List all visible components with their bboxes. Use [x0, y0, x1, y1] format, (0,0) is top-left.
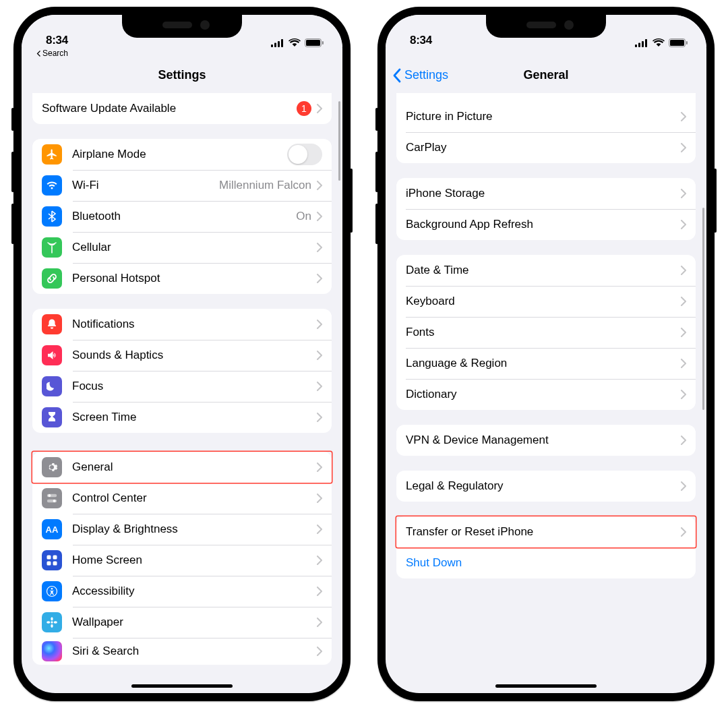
row-display-brightness[interactable]: AA Display & Brightness [32, 514, 332, 545]
row-fonts[interactable]: Fonts [396, 317, 696, 348]
svg-rect-13 [47, 562, 51, 566]
label: CarPlay [406, 141, 681, 154]
label: Fonts [406, 326, 681, 339]
home-indicator[interactable] [495, 684, 597, 688]
chevron-icon [317, 382, 322, 391]
row-screen-time[interactable]: Screen Time [32, 402, 332, 433]
row-focus[interactable]: Focus [32, 371, 332, 402]
svg-point-17 [51, 621, 53, 623]
row-iphone-storage[interactable]: iPhone Storage [396, 178, 696, 209]
label: Bluetooth [72, 210, 296, 223]
chevron-icon [681, 328, 686, 337]
chevron-icon [317, 413, 322, 422]
switches-icon [42, 488, 62, 508]
antenna-icon [42, 237, 62, 258]
chevron-icon [317, 494, 322, 503]
home-indicator[interactable] [131, 684, 233, 688]
nav-title: General [523, 68, 568, 82]
row-control-center[interactable]: Control Center [32, 483, 332, 514]
label: Screen Time [72, 411, 317, 424]
label: Airplane Mode [72, 148, 287, 161]
row-legal-regulatory[interactable]: Legal & Regulatory [396, 471, 696, 502]
svg-rect-12 [53, 556, 57, 560]
row-general[interactable]: General [32, 452, 332, 483]
label: Notifications [72, 318, 317, 331]
moon-icon [42, 376, 62, 396]
row-carplay[interactable]: CarPlay [396, 132, 696, 163]
phone-right: 8:34 . Settings General Picture in Pi [377, 7, 715, 701]
row-keyboard[interactable]: Keyboard [396, 286, 696, 317]
breadcrumb-back[interactable]: Search [22, 47, 342, 58]
row-airplane-mode[interactable]: Airplane Mode [32, 139, 332, 170]
accessibility-icon [42, 581, 62, 601]
row-shut-down[interactable]: Shut Down [396, 547, 696, 578]
row-vpn-device-management[interactable]: VPN & Device Management [396, 425, 696, 456]
status-time: 8:34 [410, 34, 432, 47]
grid-icon [42, 550, 62, 570]
svg-rect-11 [47, 556, 51, 560]
svg-rect-22 [635, 44, 637, 47]
chevron-icon [681, 266, 686, 275]
row-accessibility[interactable]: Accessibility [32, 576, 332, 607]
row-home-screen[interactable]: Home Screen [32, 545, 332, 576]
nav-back-button[interactable]: Settings [392, 58, 448, 92]
svg-rect-28 [686, 41, 688, 44]
row-background-app-refresh[interactable]: Background App Refresh [396, 209, 696, 240]
scroll-indicator[interactable] [338, 101, 340, 181]
label: Cellular [72, 241, 317, 254]
nav-back-label: Settings [404, 68, 448, 82]
row-cellular[interactable]: Cellular [32, 232, 332, 263]
chevron-icon [681, 359, 686, 368]
chevron-icon [317, 104, 322, 113]
chevron-icon [317, 556, 322, 565]
row-language-region[interactable]: Language & Region [396, 348, 696, 379]
row-personal-hotspot[interactable]: Personal Hotspot [32, 263, 332, 294]
row-wallpaper[interactable]: Wallpaper [32, 607, 332, 638]
link-icon [42, 268, 62, 289]
row-sounds-haptics[interactable]: Sounds & Haptics [32, 340, 332, 371]
label: Focus [72, 380, 317, 393]
svg-rect-25 [645, 39, 647, 47]
flower-icon [42, 612, 62, 632]
label: Display & Brightness [72, 523, 317, 536]
svg-point-21 [54, 621, 57, 623]
row-bluetooth[interactable]: Bluetooth On [32, 201, 332, 232]
row-transfer-reset-iphone[interactable]: Transfer or Reset iPhone [396, 516, 696, 547]
label: Shut Down [406, 556, 686, 570]
chevron-icon [681, 143, 686, 152]
label: Date & Time [406, 264, 681, 277]
label: Dictionary [406, 388, 681, 401]
phone-left: 8:34 Search Settings Software Update Ava… [13, 7, 351, 701]
value: On [296, 210, 311, 223]
scroll-indicator[interactable] [702, 208, 704, 410]
svg-point-19 [51, 624, 53, 628]
value: Millennium Falcon [219, 179, 311, 192]
label: Background App Refresh [406, 218, 681, 231]
group-device: General Control Center AA Display & Brig… [32, 452, 332, 665]
row-notifications[interactable]: Notifications [32, 309, 332, 340]
wifi-icon [289, 38, 301, 47]
chevron-icon [317, 351, 322, 360]
general-scroll[interactable]: Picture in Picture CarPlay iPhone Storag… [386, 93, 706, 693]
cellular-icon [271, 39, 284, 47]
row-siri-search[interactable]: Siri & Search [32, 638, 332, 665]
airplane-toggle[interactable] [287, 144, 322, 165]
row-picture-in-picture[interactable]: Picture in Picture [396, 101, 696, 132]
row-date-time[interactable]: Date & Time [396, 255, 696, 286]
status-time: 8:34 [46, 34, 68, 47]
chevron-icon [317, 274, 322, 283]
chevron-icon [681, 527, 686, 537]
row-wifi[interactable]: Wi-Fi Millennium Falcon [32, 170, 332, 201]
svg-rect-27 [670, 40, 684, 46]
chevron-icon [317, 618, 322, 627]
label: Keyboard [406, 295, 681, 308]
label: Siri & Search [72, 645, 317, 658]
row-dictionary[interactable]: Dictionary [396, 379, 696, 410]
settings-scroll[interactable]: Software Update Available 1 Airplane Mod… [22, 93, 342, 693]
svg-rect-3 [281, 39, 283, 47]
status-icons [271, 38, 324, 47]
row-software-update[interactable]: Software Update Available 1 [32, 93, 332, 124]
label: Transfer or Reset iPhone [406, 525, 681, 539]
badge-software-update: 1 [297, 101, 311, 116]
svg-rect-1 [274, 42, 276, 47]
